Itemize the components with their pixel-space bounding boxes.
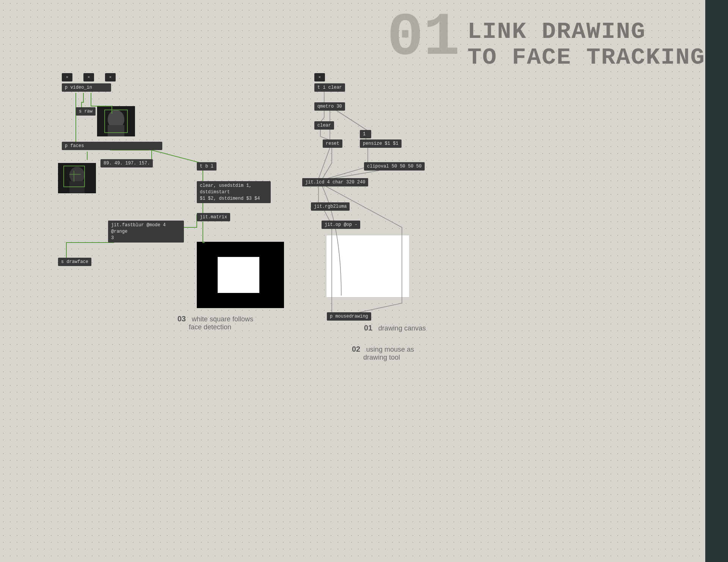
node-s-raw[interactable]: s raw: [76, 107, 96, 116]
canvas-white-drawing: [326, 235, 410, 297]
node-jit-rgb2luma[interactable]: jit.rgb2luma: [311, 202, 350, 211]
node-video-in[interactable]: p video_in: [62, 83, 111, 92]
label-01: 01 drawing canvas: [364, 324, 426, 332]
canvas-black: [197, 242, 284, 308]
node-clear[interactable]: clear: [314, 121, 334, 130]
video-frame-raw: [97, 106, 135, 136]
node-jit-matrix[interactable]: jit.matrix: [197, 213, 230, 221]
svg-point-5: [69, 167, 85, 183]
white-square-in-canvas: [218, 257, 259, 293]
title-text: LINK DRAWING TO FACE TRACKING: [468, 8, 705, 70]
x-button-1[interactable]: ×: [62, 73, 72, 81]
node-p-mousedrawing[interactable]: p mousedrawing: [327, 312, 371, 321]
node-qmetro[interactable]: qmetro 30: [314, 102, 345, 111]
node-tbl[interactable]: t b l: [197, 162, 217, 171]
title-line2: TO FACE TRACKING: [468, 45, 705, 70]
x-button-4[interactable]: ×: [314, 73, 325, 81]
node-clear-cmd[interactable]: clear, usedstdim 1, dstdimstart $1 $2, d…: [197, 181, 271, 203]
video-frame-faces: [58, 163, 96, 193]
node-faces-coords[interactable]: 89. 49. 197. 157.: [100, 159, 153, 168]
node-num1[interactable]: 1: [360, 130, 371, 138]
svg-rect-2: [108, 125, 124, 136]
node-jit-lcd[interactable]: jit.lcd 4 char 320 240: [302, 178, 368, 186]
x-button-2[interactable]: ×: [83, 73, 94, 81]
node-p-faces[interactable]: p faces: [62, 142, 162, 150]
svg-rect-6: [69, 181, 85, 193]
node-clipoval[interactable]: clipoval 50 50 50 50: [364, 162, 425, 171]
label-03: 03 white square follows face detection: [177, 315, 253, 331]
node-jit-fastblur[interactable]: jit.fastblur @mode 4 @range 3: [108, 221, 184, 243]
label-02: 02 using mouse as drawing tool: [352, 345, 414, 362]
x-button-3[interactable]: ×: [105, 73, 116, 81]
node-pensize[interactable]: pensize $1 $1: [360, 139, 402, 148]
node-ti-clear[interactable]: t i clear: [314, 83, 345, 92]
node-s-drawface[interactable]: s drawface: [58, 258, 91, 266]
dark-side-panel: [705, 0, 728, 562]
node-jit-op[interactable]: jit.op @op -: [322, 221, 360, 229]
title-line1: LINK DRAWING: [468, 19, 705, 45]
node-reset[interactable]: reset: [323, 139, 342, 148]
title-number: 01: [387, 8, 460, 68]
title-area: 01 LINK DRAWING TO FACE TRACKING: [387, 8, 728, 70]
